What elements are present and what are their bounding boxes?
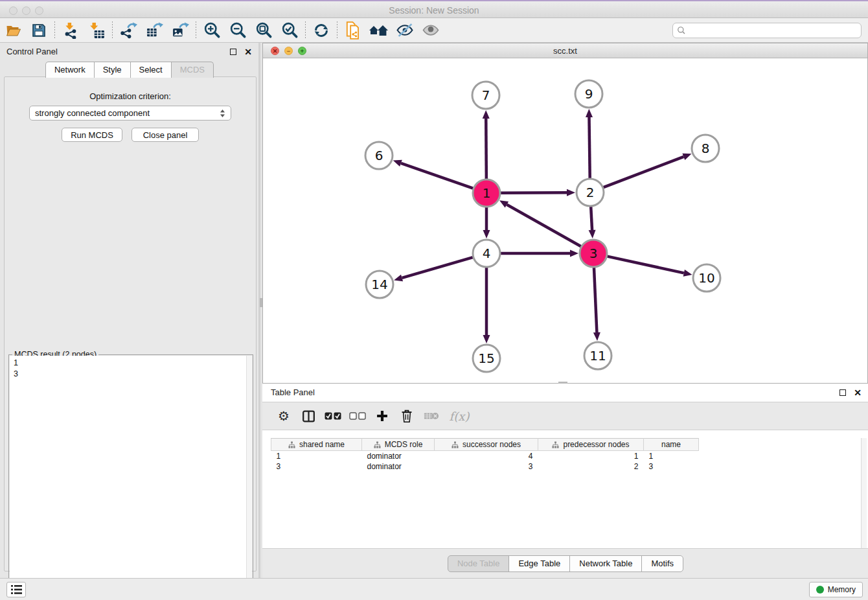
column-header-name[interactable]: name — [644, 439, 699, 451]
zoom-fit-button[interactable] — [251, 20, 277, 41]
float-panel-icon[interactable] — [230, 49, 236, 55]
toolbar-separator — [196, 21, 196, 40]
cell-successor-nodes[interactable]: 3 — [435, 461, 538, 472]
graph-node-label: 14 — [371, 277, 387, 292]
tab-edge-table[interactable]: Edge Table — [508, 555, 570, 572]
show-column-button[interactable] — [296, 405, 321, 427]
tab-motifs[interactable]: Motifs — [641, 555, 683, 572]
graph-edge[interactable] — [589, 117, 589, 178]
unchecked-boxes-icon — [349, 412, 366, 420]
graph-edge-arrowhead — [593, 332, 600, 341]
search-input[interactable] — [689, 26, 857, 35]
cell-successor-nodes[interactable]: 4 — [435, 451, 538, 461]
result-scrollbar[interactable] — [246, 356, 252, 599]
mcds-result-text[interactable]: 1 3 — [10, 356, 252, 599]
graph-edge[interactable] — [604, 157, 684, 187]
close-panel-icon[interactable]: ✕ — [244, 49, 252, 55]
import-table-button[interactable] — [84, 20, 109, 41]
network-graph[interactable]: 7968124314101511 — [263, 58, 867, 383]
list-icon — [11, 585, 22, 594]
graph-node-label: 15 — [478, 351, 494, 366]
memory-label: Memory — [828, 585, 856, 594]
export-image-button[interactable] — [167, 20, 193, 41]
import-network-button[interactable] — [58, 20, 84, 41]
table-tabs: Node Table Edge Table Network Table Moti… — [262, 555, 868, 572]
table-options-button[interactable]: ⚙ — [271, 405, 296, 427]
refresh-styles-button[interactable] — [308, 20, 334, 41]
optimization-select[interactable]: strongly connected component — [29, 106, 231, 121]
open-session-button[interactable] — [0, 20, 26, 41]
table-row[interactable]: 3 dominator 3 2 3 — [271, 461, 699, 472]
unselect-all-columns-button[interactable] — [345, 405, 370, 427]
tab-style[interactable]: Style — [94, 62, 131, 78]
add-column-button[interactable] — [370, 405, 394, 427]
network-window-titlebar[interactable]: ✕ − + scc.txt — [263, 43, 867, 58]
zoom-in-button[interactable] — [199, 20, 225, 41]
column-header-mcds-role[interactable]: MCDS role — [362, 439, 435, 451]
graph-edge[interactable] — [501, 192, 567, 193]
tree-icon — [451, 441, 459, 448]
tree-icon — [288, 441, 295, 448]
table-scrollbar[interactable] — [861, 438, 867, 548]
close-panel-button[interactable]: Close panel — [131, 128, 199, 142]
column-header-shared-name[interactable]: shared name — [271, 439, 362, 451]
float-table-panel-icon[interactable] — [839, 389, 846, 396]
graph-edge[interactable] — [591, 207, 592, 230]
close-table-panel-icon[interactable]: ✕ — [854, 389, 862, 396]
save-session-button[interactable] — [26, 20, 52, 41]
zoom-selected-button[interactable] — [277, 20, 303, 41]
clone-network-button[interactable] — [340, 20, 366, 41]
network-title: scc.txt — [263, 46, 867, 56]
graph-edge[interactable] — [401, 163, 473, 189]
delete-table-icon — [424, 411, 439, 421]
cell-name[interactable]: 3 — [644, 461, 699, 472]
graph-node-label: 10 — [698, 270, 714, 286]
graph-node-label: 11 — [589, 348, 606, 363]
graph-edge-arrowhead — [567, 189, 575, 196]
tab-network-table[interactable]: Network Table — [569, 555, 642, 572]
tab-network[interactable]: Network — [45, 62, 95, 78]
graph-node-label: 3 — [589, 246, 598, 261]
cell-name[interactable]: 1 — [644, 451, 699, 461]
cell-shared-name[interactable]: 1 — [271, 451, 362, 461]
table-panel-title: Table Panel — [271, 387, 315, 397]
home-button[interactable] — [366, 20, 392, 41]
zoom-in-icon — [203, 21, 221, 39]
tab-node-table[interactable]: Node Table — [448, 555, 510, 572]
import-table-icon — [88, 22, 105, 39]
graph-edge[interactable] — [507, 205, 580, 247]
search-field[interactable] — [672, 23, 862, 38]
tab-select[interactable]: Select — [130, 62, 172, 78]
cell-mcds-role[interactable]: dominator — [362, 451, 435, 461]
cell-predecessor-nodes[interactable]: 1 — [538, 451, 644, 461]
export-table-icon — [146, 22, 163, 39]
show-all-button[interactable] — [418, 20, 444, 41]
memory-button[interactable]: Memory — [809, 582, 863, 597]
export-network-button[interactable] — [115, 20, 141, 41]
graph-edge[interactable] — [486, 119, 486, 179]
graph-node-label: 6 — [375, 148, 383, 163]
hide-selected-button[interactable] — [392, 20, 418, 41]
toolbar-separator — [54, 21, 55, 40]
cell-shared-name[interactable]: 3 — [271, 461, 362, 472]
delete-column-button[interactable] — [394, 405, 419, 427]
column-header-successor-nodes[interactable]: successor nodes — [435, 439, 538, 451]
delete-table-button[interactable] — [419, 405, 444, 427]
zoom-fit-icon — [255, 21, 273, 39]
tab-mcds[interactable]: MCDS — [171, 62, 214, 78]
task-history-button[interactable] — [6, 582, 26, 597]
export-table-button[interactable] — [141, 20, 167, 41]
graph-edge-arrowhead — [570, 250, 578, 257]
column-header-predecessor-nodes[interactable]: predecessor nodes — [538, 439, 644, 451]
select-all-columns-button[interactable] — [321, 405, 345, 427]
table-row[interactable]: 1 dominator 4 1 1 — [271, 451, 699, 461]
cell-predecessor-nodes[interactable]: 2 — [538, 461, 644, 472]
cell-mcds-role[interactable]: dominator — [362, 461, 435, 472]
graph-edge[interactable] — [402, 257, 473, 278]
zoom-out-button[interactable] — [225, 20, 251, 41]
graph-edge[interactable] — [607, 257, 683, 273]
graph-edge[interactable] — [594, 268, 597, 332]
run-mcds-button[interactable]: Run MCDS — [62, 128, 122, 142]
graph-edge-arrowhead — [683, 270, 692, 277]
apply-function-button[interactable]: f(x) — [444, 405, 475, 427]
